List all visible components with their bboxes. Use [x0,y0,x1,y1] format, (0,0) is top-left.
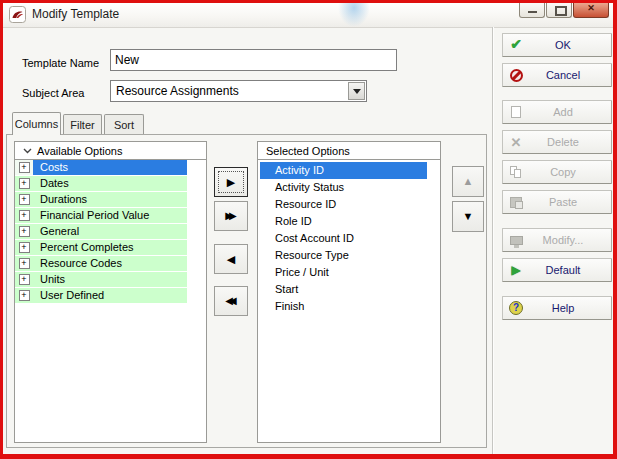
delete-button: ✕ Delete [502,130,612,154]
move-all-left-button[interactable]: ◀◀ [214,286,248,316]
expand-plus-icon[interactable]: + [19,242,30,253]
cancel-button[interactable]: Cancel [502,63,612,87]
subject-area-select[interactable]: Resource Assignments [110,80,367,102]
columns-tab-panel: Available Options + Costs + Dates + Dura… [6,134,487,448]
default-button[interactable]: ▶ Default [502,258,612,282]
move-down-button[interactable]: ▼ [452,201,484,232]
arrow-up-icon: ▲ [463,175,474,187]
list-item[interactable]: + Financial Period Value [15,208,187,224]
expand-plus-icon[interactable]: + [19,210,30,221]
cancel-icon [510,69,523,82]
minimize-icon[interactable] [519,3,545,18]
list-item[interactable]: Start [260,281,438,298]
list-item[interactable]: Cost Account ID [260,230,438,247]
move-left-button[interactable]: ◀ [214,244,248,274]
list-item[interactable]: Role ID [260,213,438,230]
available-options-list: Available Options + Costs + Dates + Dura… [14,141,207,443]
default-play-icon: ▶ [511,263,520,277]
list-item[interactable]: Resource ID [260,196,438,213]
expand-plus-icon[interactable]: + [19,274,30,285]
template-name-label: Template Name [22,57,99,69]
copy-button: Copy [502,160,612,184]
add-button: Add [502,100,612,124]
glass-reflection [338,3,370,27]
chevron-down-icon [23,148,32,154]
modify-button: Modify... [502,228,612,252]
list-item[interactable]: + User Defined [15,288,187,304]
tab-columns[interactable]: Columns [12,112,61,135]
subject-area-value: Resource Assignments [116,84,239,98]
subject-area-label: Subject Area [22,87,84,99]
maximize-icon[interactable] [546,3,572,18]
window-title: Modify Template [32,7,119,21]
dropdown-arrow-icon[interactable] [348,82,365,100]
move-right-button[interactable]: ▶ [214,167,248,197]
help-icon: ? [509,301,523,315]
title-bar[interactable]: Modify Template [3,3,613,28]
list-item[interactable]: Activity Status [260,179,438,196]
modify-monitor-icon [510,236,523,245]
list-item[interactable]: Resource Type [260,247,438,264]
list-item[interactable]: + Units [15,272,187,288]
expand-plus-icon[interactable]: + [19,178,30,189]
list-item[interactable]: + Durations [15,192,187,208]
list-item[interactable]: Finish [260,298,438,315]
copy-icon [510,166,522,178]
list-item[interactable]: + General [15,224,187,240]
modify-template-dialog: Modify Template Template Name Subject Ar… [0,0,617,459]
close-icon[interactable] [573,3,609,18]
paste-icon [510,197,522,208]
double-arrow-right-icon: ▶▶ [225,210,236,221]
expand-plus-icon[interactable]: + [19,194,30,205]
expand-plus-icon[interactable]: + [19,290,30,301]
delete-x-icon: ✕ [511,135,522,150]
tab-filter[interactable]: Filter [63,114,102,135]
add-page-icon [511,106,521,118]
tab-sort[interactable]: Sort [104,114,144,135]
expand-plus-icon[interactable]: + [19,258,30,269]
panel-divider [492,27,493,454]
arrow-left-icon: ◀ [227,253,235,265]
list-item[interactable]: Price / Unit [260,264,438,281]
app-icon [9,6,26,23]
template-name-input[interactable] [110,49,397,71]
double-arrow-left-icon: ◀◀ [225,295,236,306]
selected-options-header: Selected Options [258,142,440,160]
available-options-header-label: Available Options [37,145,122,157]
check-icon: ✔ [510,36,522,52]
move-up-button: ▲ [452,166,484,197]
arrow-down-icon: ▼ [463,210,474,222]
arrow-right-icon: ▶ [227,176,235,188]
move-all-right-button[interactable]: ▶▶ [214,201,248,231]
list-item[interactable]: Activity ID [260,162,427,179]
available-options-header[interactable]: Available Options [15,142,206,160]
list-item[interactable]: + Dates [15,176,187,192]
help-button[interactable]: ? Help [502,296,612,320]
list-item[interactable]: + Resource Codes [15,256,187,272]
expand-plus-icon[interactable]: + [19,162,30,173]
selected-options-header-label: Selected Options [266,145,350,157]
expand-plus-icon[interactable]: + [19,226,30,237]
selected-options-list: Selected Options Activity ID Activity St… [257,141,441,443]
list-item[interactable]: + Costs [15,160,187,176]
ok-button[interactable]: ✔ OK [502,33,612,57]
paste-button: Paste [502,190,612,214]
list-item[interactable]: + Percent Completes [15,240,187,256]
